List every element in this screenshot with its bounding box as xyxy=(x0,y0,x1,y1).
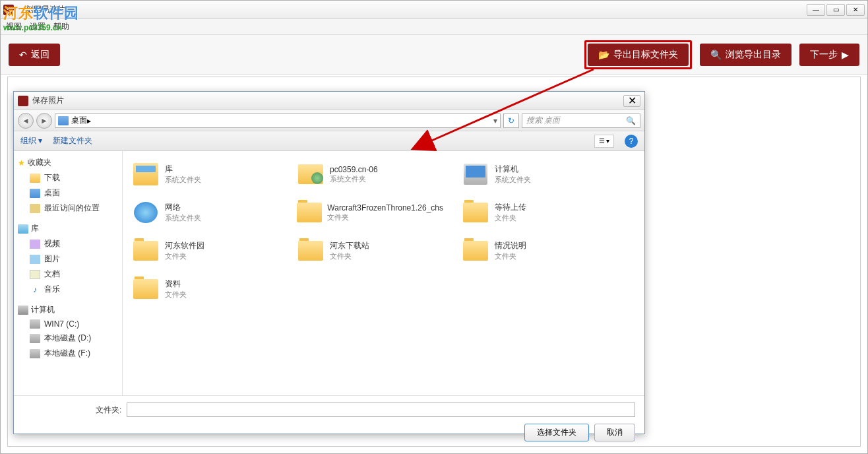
recent-icon xyxy=(30,204,40,213)
folder-icon xyxy=(133,241,158,261)
export-target-button[interactable]: 📂 导出目标文件夹 xyxy=(588,44,689,66)
computer-icon xyxy=(18,306,28,315)
dialog-navbar: ◄ ► 桌面 ▸ ▾ ↻ 搜索 桌面 🔍 xyxy=(14,110,644,131)
search-icon: 🔍 xyxy=(710,49,722,60)
sidebar-item-recent[interactable]: 最近访问的位置 xyxy=(16,201,119,216)
sidebar-item-drive-c[interactable]: WIN7 (C:) xyxy=(16,317,119,331)
folder-icon xyxy=(30,174,40,183)
folder-icon xyxy=(463,241,488,261)
sidebar-item-drive-f[interactable]: 本地磁盘 (F:) xyxy=(16,346,119,361)
file-item-network[interactable]: 网络系统文件夹 xyxy=(129,196,281,229)
organize-dropdown[interactable]: 组织 ▾ xyxy=(20,135,42,146)
search-icon[interactable]: 🔍 xyxy=(626,116,636,125)
file-item-folder[interactable]: 情况说明文件夹 xyxy=(459,234,611,267)
dialog-footer: 文件夹: 选择文件夹 取消 xyxy=(14,395,644,448)
select-folder-button[interactable]: 选择文件夹 xyxy=(524,424,589,441)
drive-icon xyxy=(30,334,40,343)
save-dialog: 保存照片 ✕ ◄ ► 桌面 ▸ ▾ ↻ 搜索 桌面 🔍 组织 ▾ 新建文件夹 ☰… xyxy=(13,91,645,434)
nav-path-bar[interactable]: 桌面 ▸ ▾ xyxy=(55,113,501,128)
chevron-right-icon: ▶ xyxy=(842,49,849,60)
dialog-titlebar: 保存照片 ✕ xyxy=(14,92,644,110)
nav-path-text: 桌面 xyxy=(71,115,87,126)
dialog-sidebar: ★ 收藏夹 下载 桌面 最近访问的位置 库 视频 图片 文档 ♪音乐 xyxy=(14,151,123,395)
folder-icon xyxy=(297,203,322,222)
browse-export-button[interactable]: 🔍 浏览导出目录 xyxy=(700,44,791,66)
nav-forward-button[interactable]: ► xyxy=(36,113,52,129)
sidebar-item-pictures[interactable]: 图片 xyxy=(16,251,119,267)
folder-icon xyxy=(463,203,488,222)
file-item-folder[interactable]: 等待上传文件夹 xyxy=(459,196,611,229)
dialog-toolbar: 组织 ▾ 新建文件夹 ☰ ▾ ? xyxy=(14,131,644,151)
document-icon xyxy=(30,270,40,279)
file-item-user[interactable]: pc0359.cn-06系统文件夹 xyxy=(294,158,446,191)
back-arrow-icon: ↶ xyxy=(19,49,27,60)
desktop-icon xyxy=(30,189,40,198)
picture-icon xyxy=(30,255,40,264)
sidebar-item-documents[interactable]: 文档 xyxy=(16,267,119,282)
sidebar-libraries-header[interactable]: 库 xyxy=(16,221,119,236)
breadcrumb-arrow-icon[interactable]: ▸ xyxy=(87,116,91,125)
maximize-button[interactable]: ▭ xyxy=(826,4,845,16)
back-button[interactable]: ↶ 返回 xyxy=(9,44,60,66)
folder-icon xyxy=(298,241,323,261)
nav-search-box[interactable]: 搜索 桌面 🔍 xyxy=(522,113,640,128)
dialog-close-button[interactable]: ✕ xyxy=(623,95,640,107)
close-button[interactable]: ✕ xyxy=(846,4,865,16)
library-icon xyxy=(18,224,28,234)
watermark-logo: 河东软件园 www.pc0359.cn xyxy=(3,3,79,32)
new-folder-button[interactable]: 新建文件夹 xyxy=(53,135,92,146)
folder-label: 文件夹: xyxy=(96,405,121,416)
view-mode-button[interactable]: ☰ ▾ xyxy=(594,135,614,148)
sidebar-item-drive-d[interactable]: 本地磁盘 (D:) xyxy=(16,331,119,346)
export-highlight-box: 📂 导出目标文件夹 xyxy=(584,40,692,69)
library-icon xyxy=(133,163,158,185)
file-item-folder[interactable]: 资料文件夹 xyxy=(129,273,281,306)
main-toolbar: ↶ 返回 📂 导出目标文件夹 🔍 浏览导出目录 下一步 ▶ xyxy=(1,35,867,75)
file-item-library[interactable]: 库系统文件夹 xyxy=(129,158,281,191)
sidebar-item-downloads[interactable]: 下载 xyxy=(16,170,119,185)
file-item-computer[interactable]: 计算机系统文件夹 xyxy=(459,158,611,191)
folder-open-icon: 📂 xyxy=(598,49,609,60)
main-titlebar: 一刻网易选片 — ▭ ✕ xyxy=(1,1,867,19)
nav-refresh-button[interactable]: ↻ xyxy=(503,113,519,128)
sidebar-item-music[interactable]: ♪音乐 xyxy=(16,282,119,297)
sidebar-item-videos[interactable]: 视频 xyxy=(16,236,119,251)
nav-back-button[interactable]: ◄ xyxy=(18,113,34,129)
music-icon: ♪ xyxy=(30,285,40,294)
file-item-folder[interactable]: 河东软件园文件夹 xyxy=(129,234,281,267)
search-placeholder: 搜索 桌面 xyxy=(526,115,560,126)
network-icon xyxy=(134,202,158,223)
dialog-app-icon xyxy=(18,96,28,106)
folder-icon xyxy=(133,279,158,299)
user-folder-icon xyxy=(298,164,323,184)
path-dropdown-icon[interactable]: ▾ xyxy=(493,116,497,125)
video-icon xyxy=(30,240,40,249)
folder-name-input[interactable] xyxy=(127,403,635,417)
app-title: 一刻网易选片 xyxy=(18,4,807,15)
desktop-icon xyxy=(58,116,69,125)
sidebar-favorites-header[interactable]: ★ 收藏夹 xyxy=(16,155,119,170)
dialog-title: 保存照片 xyxy=(32,95,623,106)
star-icon: ★ xyxy=(18,158,25,168)
help-button[interactable]: ? xyxy=(625,135,638,148)
next-step-button[interactable]: 下一步 ▶ xyxy=(799,44,859,66)
drive-icon xyxy=(30,319,40,329)
sidebar-item-desktop[interactable]: 桌面 xyxy=(16,185,119,201)
computer-icon xyxy=(464,164,487,185)
main-menubar: 视图 设置 帮助 xyxy=(1,19,867,35)
file-list-area: 库系统文件夹 pc0359.cn-06系统文件夹 计算机系统文件夹 网络系统文件… xyxy=(123,151,644,395)
sidebar-computer-header[interactable]: 计算机 xyxy=(16,302,119,317)
drive-icon xyxy=(30,349,40,358)
file-item-folder[interactable]: 河东下载站文件夹 xyxy=(294,234,446,267)
cancel-button[interactable]: 取消 xyxy=(594,424,635,441)
minimize-button[interactable]: — xyxy=(807,4,825,16)
file-item-folder[interactable]: Warcraft3FrozenThrone1.26_chs文件夹 xyxy=(294,196,446,229)
